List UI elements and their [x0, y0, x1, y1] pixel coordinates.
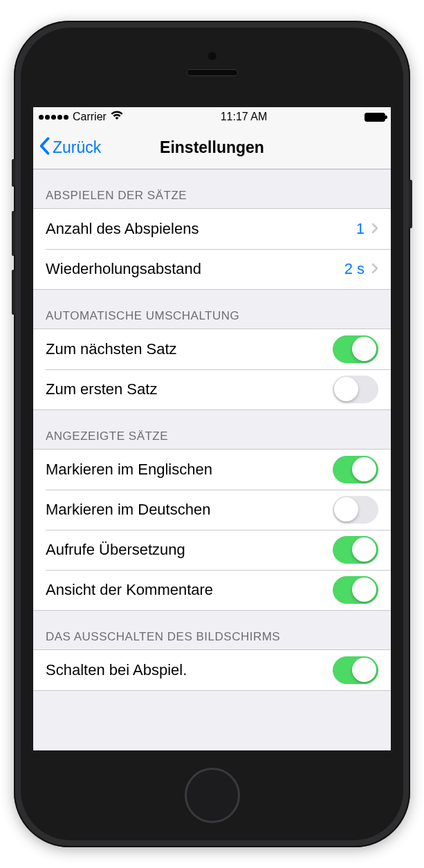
- speaker: [187, 69, 238, 76]
- section-header-play: ABSPIELEN DER SÄTZE: [33, 169, 391, 208]
- row-label: Anzahl des Abspielens: [46, 220, 356, 238]
- carrier-label: Carrier: [73, 111, 107, 123]
- row-translation: Aufrufe Übersetzung: [33, 530, 391, 570]
- chevron-right-icon: [371, 260, 378, 278]
- row-play-interval[interactable]: Wiederholungsabstand 2 s: [33, 249, 391, 289]
- row-play-count[interactable]: Anzahl des Abspielens 1: [33, 209, 391, 249]
- row-label: Schalten bei Abspiel.: [46, 661, 333, 679]
- device-frame: Carrier 11:17 AM Zurück Einstellungen: [14, 21, 410, 847]
- clock: 11:17 AM: [221, 111, 268, 123]
- section-header-auto: AUTOMATISCHE UMSCHALTUNG: [33, 290, 391, 329]
- row-label: Markieren im Deutschen: [46, 501, 333, 519]
- switch-comments[interactable]: [333, 576, 378, 604]
- switch-screen-disable[interactable]: [333, 656, 378, 684]
- row-screen-disable: Schalten bei Abspiel.: [33, 650, 391, 690]
- switch-translation[interactable]: [333, 536, 378, 564]
- sensor: [208, 52, 216, 60]
- signal-dots-icon: [39, 115, 68, 120]
- row-auto-first: Zum ersten Satz: [33, 369, 391, 409]
- home-button[interactable]: [185, 768, 240, 823]
- row-label: Markieren im Englischen: [46, 461, 333, 479]
- row-value: 2 s: [344, 260, 365, 278]
- switch-mark-en[interactable]: [333, 456, 378, 483]
- battery-icon: [365, 113, 385, 122]
- screen: Carrier 11:17 AM Zurück Einstellungen: [33, 107, 391, 750]
- back-label: Zurück: [53, 138, 101, 157]
- wifi-icon: [111, 111, 123, 123]
- volume-up-button: [12, 211, 15, 256]
- row-auto-next: Zum nächsten Satz: [33, 329, 391, 369]
- switch-mark-de[interactable]: [333, 496, 378, 524]
- back-button[interactable]: Zurück: [39, 137, 101, 159]
- chevron-right-icon: [371, 220, 378, 238]
- row-mark-en: Markieren im Englischen: [33, 450, 391, 490]
- row-label: Aufrufe Übersetzung: [46, 541, 333, 559]
- switch-auto-first[interactable]: [333, 376, 378, 403]
- row-label: Zum ersten Satz: [46, 380, 333, 398]
- settings-content[interactable]: ABSPIELEN DER SÄTZE Anzahl des Abspielen…: [33, 169, 391, 750]
- nav-bar: Zurück Einstellungen: [33, 127, 391, 169]
- row-value: 1: [356, 220, 365, 238]
- row-label: Ansicht der Kommentare: [46, 581, 333, 599]
- group-play: Anzahl des Abspielens 1 Wiederholungsabs…: [33, 208, 391, 290]
- row-label: Zum nächsten Satz: [46, 340, 333, 358]
- chevron-left-icon: [39, 137, 50, 159]
- section-header-shown: ANGEZEIGTE SÄTZE: [33, 410, 391, 449]
- group-shown: Markieren im Englischen Markieren im Deu…: [33, 449, 391, 611]
- row-label: Wiederholungsabstand: [46, 260, 344, 278]
- power-button: [409, 180, 412, 228]
- switch-auto-next[interactable]: [333, 335, 378, 363]
- group-auto: Zum nächsten Satz Zum ersten Satz: [33, 329, 391, 410]
- mute-switch: [12, 159, 15, 187]
- group-screen: Schalten bei Abspiel.: [33, 649, 391, 691]
- section-header-screen: DAS AUSSCHALTEN DES BILDSCHIRMS: [33, 611, 391, 649]
- status-bar: Carrier 11:17 AM: [33, 107, 391, 127]
- row-comments: Ansicht der Kommentare: [33, 570, 391, 610]
- row-mark-de: Markieren im Deutschen: [33, 490, 391, 530]
- volume-down-button: [12, 270, 15, 315]
